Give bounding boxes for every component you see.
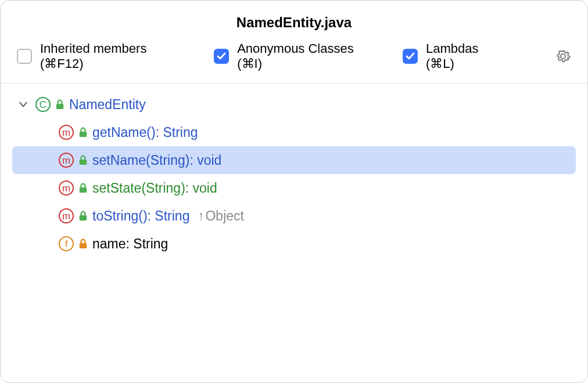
private-visibility-icon [78, 239, 88, 249]
svg-rect-3 [80, 187, 87, 193]
tree-node-field[interactable]: f name: String [1, 230, 587, 258]
package-visibility-icon [78, 127, 88, 138]
field-icon: f [59, 236, 74, 251]
lambdas-checkbox[interactable]: Lambdas (⌘L) [403, 41, 509, 71]
method-icon: m [59, 153, 74, 168]
method-icon: m [59, 180, 74, 196]
anonymous-classes-checkbox[interactable]: Anonymous Classes (⌘I) [214, 41, 379, 71]
tree-node-method[interactable]: m setState(String): void [1, 174, 587, 202]
inherited-members-checkbox[interactable]: Inherited members (⌘F12) [17, 41, 191, 71]
method-signature: setName(String): void [92, 153, 221, 168]
package-visibility-icon [55, 99, 64, 110]
checkbox-checked-icon [403, 49, 418, 64]
svg-rect-1 [80, 132, 87, 137]
gear-icon [555, 49, 571, 64]
svg-rect-2 [80, 160, 87, 165]
method-icon: m [59, 125, 74, 140]
settings-button[interactable] [555, 48, 571, 64]
field-signature: name: String [92, 236, 168, 252]
chevron-down-icon [19, 100, 27, 109]
class-icon: C [35, 97, 51, 112]
package-visibility-icon [78, 183, 88, 193]
inherited-members-label: Inherited members (⌘F12) [40, 41, 191, 71]
checkbox-checked-icon [214, 49, 229, 64]
method-signature: toString(): String [92, 208, 189, 224]
checkbox-unchecked-icon [17, 49, 32, 64]
class-name: NamedEntity [69, 97, 146, 113]
method-icon: m [59, 208, 74, 223]
package-visibility-icon [78, 155, 88, 165]
svg-rect-5 [80, 243, 87, 248]
tree-node-method[interactable]: m toString(): String ↑Object [1, 202, 587, 230]
lambdas-label: Lambdas (⌘L) [426, 41, 509, 71]
method-signature: getName(): String [92, 125, 198, 140]
override-origin: ↑Object [198, 208, 243, 224]
svg-rect-0 [56, 104, 63, 109]
svg-rect-4 [80, 215, 87, 221]
tree-node-method[interactable]: m setName(String): void [12, 146, 576, 174]
method-signature: setState(String): void [92, 180, 217, 196]
structure-popup: NamedEntity.java Inherited members (⌘F12… [0, 0, 588, 383]
tree-node-method[interactable]: m getName(): String [1, 118, 587, 146]
arrow-up-icon: ↑ [198, 209, 204, 222]
package-visibility-icon [78, 211, 88, 221]
structure-tree[interactable]: C NamedEntity m getName(): String [1, 84, 587, 382]
anonymous-classes-label: Anonymous Classes (⌘I) [237, 41, 379, 71]
expand-arrow[interactable] [17, 98, 30, 111]
window-title: NamedEntity.java [1, 1, 587, 41]
tree-node-class[interactable]: C NamedEntity [1, 91, 587, 118]
toolbar: Inherited members (⌘F12) Anonymous Class… [1, 41, 587, 84]
